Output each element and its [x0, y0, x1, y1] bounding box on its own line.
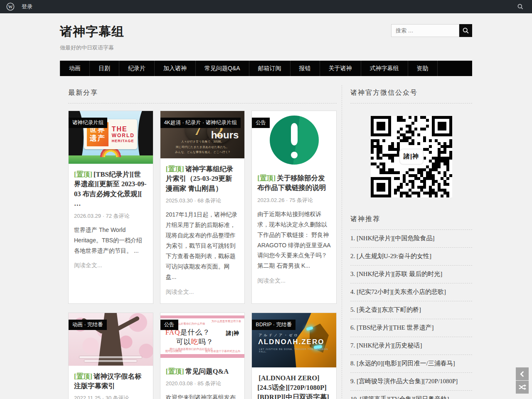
thumbnail-caption: 人々が行き交う街角で、3日間。 同じ時代にたまたま居あわせた私たち。 みんな、ど… — [160, 139, 245, 155]
post-title[interactable]: [置顶]关于移除部分发布作品下载链接的说明 — [257, 173, 331, 193]
post-meta: 2023.02.26 · 75 条评论 — [257, 197, 331, 204]
subtitle-lines-art — [69, 356, 153, 362]
recommend-widget-heading: 诸神推荐 — [350, 212, 472, 230]
heritage-en-text: THE — [112, 126, 135, 133]
post-card: 诸神纪录片组 世界遗产 THE WORLD HERITAGE — [68, 111, 153, 304]
search-icon — [462, 27, 469, 34]
post-thumbnail[interactable]: 公告 — [252, 111, 336, 167]
post-card: 公告 这部动画这么好看你们为什么不做 为什么度盘里看没有字幕 用什么播放器看你们… — [160, 313, 245, 399]
recommend-item[interactable]: 10. [灌篮高手][TV全集][国日粤音轨] — [350, 391, 472, 399]
nav-item-donate[interactable]: 资助 — [408, 61, 438, 76]
post-thumbnail[interactable]: 动画 · 完结番 — [69, 313, 153, 366]
post-meta: 2020.03.08 · 85 条评论 — [166, 380, 239, 387]
wordpress-logo-icon[interactable]: W — [6, 2, 15, 11]
search-button[interactable] — [459, 24, 472, 37]
kamigami-logo: 諸|神 — [226, 330, 240, 337]
nav-item-jdrama[interactable]: 日剧 — [90, 61, 119, 76]
faq-small-text: 我不喜欢这个字幕样式怎么办 — [205, 350, 241, 353]
heritage-cn-text: 世界遗产 — [90, 126, 106, 143]
post-thumbnail[interactable]: 公告 这部动画这么好看你们为什么不做 为什么度盘里看没有字幕 用什么播放器看你们… — [160, 313, 245, 361]
nav-item-documentary[interactable]: 纪录片 — [119, 61, 155, 76]
nav-item-shikigami-group[interactable]: 式神字幕组 — [361, 61, 408, 76]
recommend-item[interactable]: 4. [纪实72小时][关东煮小店的悲歌] — [350, 283, 472, 301]
nav-item-about[interactable]: 关于诸神 — [320, 61, 361, 76]
pink-bar-art — [160, 315, 245, 318]
aldnoah-tagline: LET JUSTICE BE DONE, THOUGH THE HEAVENS … — [259, 348, 336, 353]
post-title[interactable]: [置顶]常见问题Q&A — [166, 367, 239, 376]
pinned-label: [置顶] — [74, 372, 92, 380]
pinned-label: [置顶] — [74, 170, 92, 178]
post-meta: 2022.11.25 · 30 条评论 — [74, 394, 148, 399]
read-more-link[interactable]: 阅读全文... — [74, 262, 102, 269]
post-title[interactable]: [置顶]诸神汉字假名标注版字幕索引 — [74, 372, 148, 391]
wechat-widget-heading: 诸神官方微信公众号 — [350, 85, 472, 103]
post-card: 公告 [置顶]关于移除部分发布作品下载链接的说明 2023.02.26 · 75… — [251, 111, 337, 304]
sidebar: 诸神官方微信公众号 諸|神 诸神推荐 1. [NHK纪录片][中国危险食品] 2… — [342, 85, 472, 399]
main-nav: 动画 日剧 纪录片 加入诸神 常见问题Q&A 邮箱订阅 报错 关于诸神 式神字幕… — [60, 61, 472, 76]
post-thumbnail[interactable]: BDRIP · 完结番 アルドノア・ゼロ ΛLDNOΛH.ZERO LET JU… — [252, 313, 336, 367]
recommend-item[interactable]: 7. [NHK纪录片][历史秘话] — [350, 337, 472, 355]
post-thumbnail[interactable]: 4K超清 · 纪录片 · 诸神纪录片组 7 2 hours 人々が行き交う街角で… — [160, 111, 245, 158]
recommend-item[interactable]: 9. [宫崎骏导演作品大合集][720P/1080P] — [350, 373, 472, 391]
search-input[interactable] — [391, 24, 459, 37]
pinned-label: [置顶] — [166, 165, 184, 173]
recommend-list: 1. [NHK纪录片][中国危险食品] 2. [人生规划U-29:奋斗的女性] … — [350, 230, 472, 399]
faq-small-text: 为什么度盘里看没有字幕 — [212, 320, 241, 323]
post-category-badge[interactable]: 诸神纪录片组 — [69, 118, 107, 128]
recommend-item[interactable]: 1. [NHK纪录片][中国危险食品] — [350, 230, 472, 248]
post-category-badge[interactable]: 公告 — [252, 118, 270, 128]
admin-login-link[interactable]: 登录 — [22, 3, 32, 10]
post-card: 4K超清 · 纪录片 · 诸神纪录片组 7 2 hours 人々が行き交う街角で… — [160, 111, 245, 304]
post-excerpt: 2017年1月1日起，诸神纪录片组采用了新的后期标准，现将自此发布的作品整理作为… — [166, 209, 239, 282]
post-grid: 诸神纪录片组 世界遗产 THE WORLD HERITAGE — [68, 111, 337, 399]
post-category-badge[interactable]: 动画 · 完结番 — [69, 320, 107, 330]
heritage-en-text: HERITAGE — [112, 139, 135, 143]
latest-posts-section: 最新分享 诸神纪录片组 世界遗产 THE WORLD HERITAGE — [60, 85, 342, 399]
post-meta: 2025.03.30 · 68 条评论 — [166, 197, 239, 204]
heritage-en-text: WORLD — [112, 133, 135, 138]
prev-button[interactable] — [516, 367, 529, 380]
pinned-label: [置顶] — [166, 367, 184, 375]
aldnoah-en-title: ΛLDNOΛH.ZERO — [258, 338, 324, 346]
nav-item-mail-subscribe[interactable]: 邮箱订阅 — [249, 61, 291, 76]
admin-bar: W 登录 — [0, 0, 532, 13]
nav-item-anime[interactable]: 动画 — [60, 61, 90, 76]
random-post-button[interactable] — [516, 381, 529, 394]
post-title[interactable]: [ALDNOAH ZERO][24.5话全][720P/1080P][BDRIP… — [257, 373, 331, 399]
post-category-badge[interactable]: 4K超清 · 纪录片 · 诸神纪录片组 — [160, 118, 241, 128]
aldnoah-jp-title: アルドノア・ゼロ — [259, 333, 299, 337]
post-meta: 2026.03.29 · 72 条评论 — [74, 212, 148, 220]
post-excerpt: 欢迎您来到诸神字幕组发布站常见问题Q&A页面！本页面回应了各类典型留言和疑问，包… — [166, 392, 239, 399]
admin-search-icon[interactable] — [517, 3, 526, 10]
floating-nav — [516, 367, 529, 394]
post-thumbnail[interactable]: 诸神纪录片组 世界遗产 THE WORLD HERITAGE — [69, 111, 153, 164]
recommend-item[interactable]: 3. [NHK纪录片][苏联 最后的时光] — [350, 266, 472, 283]
search-form — [391, 24, 472, 37]
nav-item-faq[interactable]: 常见问题Q&A — [196, 61, 249, 76]
nav-item-report-error[interactable]: 报错 — [291, 61, 320, 76]
shuffle-icon — [518, 383, 527, 391]
read-more-link[interactable]: 阅读全文... — [257, 277, 286, 285]
nav-item-join[interactable]: 加入诸神 — [155, 61, 196, 76]
section-heading-latest: 最新分享 — [68, 85, 337, 103]
post-title[interactable]: [置顶]诸神字幕组纪录片索引（25-03-29更新 漫画家 青山刚昌） — [166, 164, 239, 193]
recommend-item[interactable]: 6. [TBS纪录片][THE 世界遗产] — [350, 319, 472, 337]
post-excerpt: 由于近期本站接到维权诉求，现本站决定永久删除以下作品的下载链接： 野良神 ARA… — [257, 209, 331, 271]
recommend-item[interactable]: 8. [永远的0][电影][冈田准一/三浦春马] — [350, 355, 472, 373]
qr-center-logo: 諸|神 — [399, 149, 424, 165]
pink-bar-art — [160, 354, 245, 358]
post-category-badge[interactable]: 公告 — [160, 320, 178, 330]
read-more-link[interactable]: 阅读全文... — [166, 288, 194, 296]
site-header: 诸神字幕组 做最好的中日双语字幕 — [0, 13, 532, 61]
post-category-badge[interactable]: BDRIP · 完结番 — [252, 320, 296, 330]
recommend-item[interactable]: 2. [人生规划U-29:奋斗的女性] — [350, 248, 472, 266]
recommend-widget: 诸神推荐 1. [NHK纪录片][中国危险食品] 2. [人生规划U-29:奋斗… — [350, 212, 472, 399]
post-excerpt: 世界遗产 The World Heritage。TBS的一档介绍各地世界遗产的节… — [74, 225, 148, 256]
tree-art — [116, 315, 140, 331]
svg-text:W: W — [8, 4, 13, 9]
faq-small-text: 我可以转载吗 — [165, 350, 182, 353]
exclamation-icon — [270, 116, 319, 165]
post-title[interactable]: [置顶][TBS纪录片][世界遗産][更新至 2023-09-03 布吉必姆文化… — [74, 170, 148, 209]
recommend-item[interactable]: 5. [美之壶][东京下町的桥] — [350, 301, 472, 319]
wechat-widget: 诸神官方微信公众号 諸|神 — [350, 85, 472, 197]
